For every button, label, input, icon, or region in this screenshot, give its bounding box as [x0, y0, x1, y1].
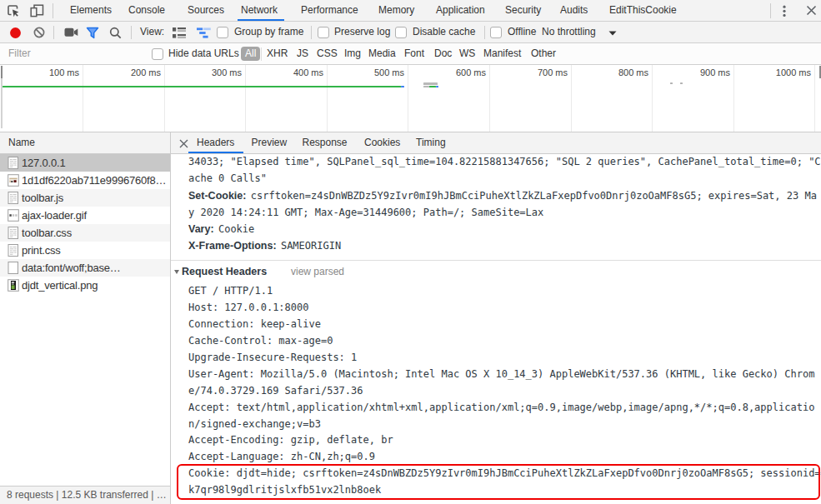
large-request-rows-icon[interactable] [173, 27, 186, 39]
throttling-select[interactable]: No throttling [542, 22, 596, 42]
tab-memory[interactable]: Memory [378, 0, 414, 21]
overview-gridline [733, 65, 734, 132]
inspect-element-icon[interactable] [7, 4, 21, 17]
tab-network[interactable]: Network [241, 0, 278, 21]
group-by-frame-checkbox[interactable] [217, 27, 228, 38]
tab-security[interactable]: Security [505, 0, 541, 21]
preserve-log-label[interactable]: Preserve log [334, 22, 390, 42]
group-by-frame-label[interactable]: Group by frame [234, 22, 303, 42]
filter-type-font[interactable]: Font [404, 43, 424, 64]
overview-gridline [245, 65, 246, 132]
close-details-icon[interactable] [179, 139, 188, 148]
details-tab-timing[interactable]: Timing [416, 132, 446, 153]
filter-icon[interactable] [86, 27, 99, 39]
show-overview-icon[interactable] [197, 27, 211, 39]
overview-bar2-gray [423, 86, 429, 88]
tab-sources[interactable]: Sources [188, 0, 224, 21]
tab-editthiscookie[interactable]: EditThisCookie [609, 0, 677, 21]
name-column-header[interactable]: Name [0, 132, 170, 154]
filter-input[interactable]: Filter [8, 43, 31, 64]
device-toolbar-icon[interactable] [30, 4, 44, 17]
hide-data-urls-label[interactable]: Hide data URLs [168, 43, 239, 64]
overview-ruler-label: 700 ms [504, 67, 568, 77]
disable-cache-checkbox[interactable] [395, 27, 407, 38]
overview-left-grip[interactable] [1, 66, 3, 78]
overview-gridline [327, 65, 328, 132]
request-header-line: k7qr98l9gdlritjslxfb51vx2lnb8oek [188, 482, 821, 499]
header-value: ache 0 Calls" [188, 172, 267, 184]
request-row[interactable]: toolbar.css [0, 224, 170, 242]
overview-ruler-label: 300 ms [178, 67, 242, 77]
filter-type-js[interactable]: JS [297, 43, 308, 64]
header-value: csrftoken=z4sDnWBZDz5Y9zIvr0mI9hJBmCciPu… [251, 190, 817, 202]
request-header-line: e/74.0.3729.169 Safari/537.36 [188, 383, 821, 400]
devtools-window: Elements Console Sources Network Perform… [0, 0, 821, 504]
header-name: Set-Cookie: [188, 190, 246, 202]
toolbar-divider [770, 3, 771, 18]
overview-bar2-green [429, 86, 436, 88]
request-header-line: Connection: keep-alive [188, 317, 821, 333]
request-row[interactable]: data:font/woff;base… [0, 259, 170, 277]
section-title[interactable]: Request Headers [182, 261, 267, 283]
filter-type-img[interactable]: Img [344, 43, 361, 64]
filter-type-ws[interactable]: WS [459, 43, 475, 64]
filter-type-css[interactable]: CSS [317, 43, 338, 64]
filter-type-xhr[interactable]: XHR [267, 43, 288, 64]
more-options-icon[interactable] [782, 5, 787, 17]
overview-ruler-label: 800 ms [585, 67, 648, 77]
request-row[interactable]: 127.0.0.1 [0, 154, 170, 172]
request-header-line: User-Agent: Mozilla/5.0 (Macintosh; Inte… [188, 367, 821, 383]
offline-label[interactable]: Offline [508, 22, 536, 42]
overview-left-grip-lower [1, 78, 3, 128]
request-name: ajax-loader.gif [22, 207, 170, 224]
overview-ruler-label: 600 ms [423, 67, 486, 77]
hide-data-urls-checkbox[interactable] [152, 48, 163, 60]
request-row[interactable]: djdt_vertical.png [0, 277, 170, 294]
request-row[interactable]: print.css [0, 242, 170, 259]
header-line: Vary: Cookie [188, 221, 821, 237]
preserve-log-checkbox[interactable] [318, 27, 329, 38]
filter-type-doc[interactable]: Doc [434, 43, 452, 64]
details-tab-cookies[interactable]: Cookies [364, 132, 400, 153]
requests-sidebar: Name 127.0.0.1 1d1df6220ab711e9996760f8…… [0, 132, 171, 504]
capture-screenshots-icon[interactable] [64, 27, 78, 37]
filter-type-media[interactable]: Media [368, 43, 396, 64]
disable-cache-label[interactable]: Disable cache [413, 22, 475, 42]
tab-console[interactable]: Console [128, 0, 165, 21]
search-icon[interactable] [109, 27, 122, 39]
request-name: toolbar.css [22, 224, 170, 242]
request-header-line: Accept: text/html,application/xhtml+xml,… [188, 400, 821, 417]
record-network-log-icon[interactable] [9, 27, 22, 39]
tab-performance[interactable]: Performance [301, 0, 358, 21]
request-row[interactable]: 1d1df6220ab711e9996760f8… [0, 172, 170, 189]
close-devtools-icon[interactable] [806, 5, 817, 16]
throttling-dropdown-icon[interactable] [608, 31, 617, 36]
tab-elements[interactable]: Elements [70, 0, 112, 21]
network-overview[interactable]: 100 ms 200 ms 300 ms 400 ms 500 ms 600 m… [0, 65, 821, 132]
offline-checkbox[interactable] [490, 27, 502, 38]
collapse-triangle-icon[interactable] [174, 270, 179, 274]
file-document-icon [8, 244, 19, 257]
request-row[interactable]: toolbar.js [0, 189, 170, 207]
active-tab-underline [238, 19, 284, 22]
filter-type-other[interactable]: Other [531, 43, 556, 64]
request-row[interactable]: ajax-loader.gif [0, 207, 170, 224]
header-line: X-Frame-Options: SAMEORIGIN [188, 237, 821, 254]
overview-bar-main-green [3, 86, 401, 88]
filter-type-manifest[interactable]: Manifest [483, 43, 521, 64]
header-name: Vary: [188, 223, 214, 235]
request-details-pane: Headers Preview Response Cookies Timing … [171, 132, 821, 504]
details-tab-response[interactable]: Response [303, 132, 348, 153]
overview-gridline [408, 65, 408, 132]
details-tab-preview[interactable]: Preview [252, 132, 288, 153]
details-tab-headers[interactable]: Headers [197, 132, 234, 153]
file-generic-icon [8, 262, 19, 274]
tab-audits[interactable]: Audits [560, 0, 588, 21]
tab-application[interactable]: Application [436, 0, 485, 21]
filter-divider [261, 47, 262, 61]
filter-type-all[interactable]: All [241, 47, 260, 61]
file-document-icon [8, 157, 19, 169]
view-parsed-link[interactable]: view parsed [291, 261, 344, 283]
clear-network-log-icon[interactable] [33, 27, 45, 38]
request-header-line: Cache-Control: max-age=0 [188, 333, 821, 350]
